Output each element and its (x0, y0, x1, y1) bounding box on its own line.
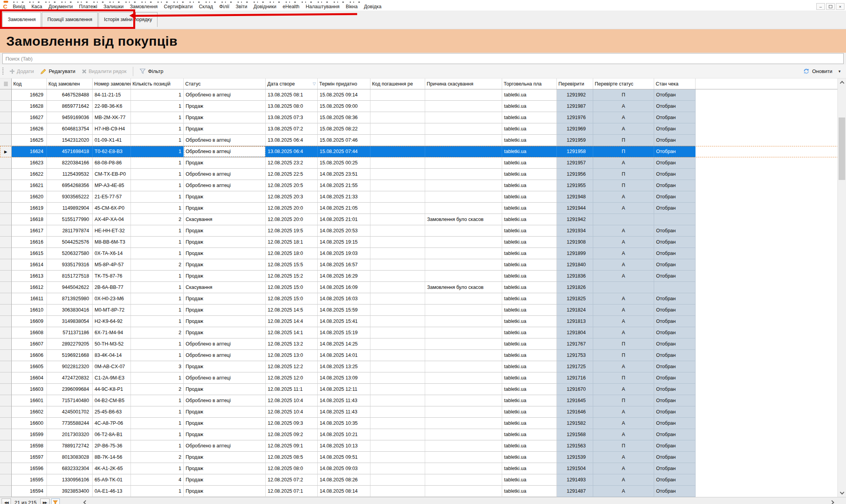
cell[interactable]: Продаж (184, 452, 266, 463)
cell[interactable]: 1 (131, 440, 184, 452)
cell[interactable]: 14.08.2025 13:25 (318, 361, 370, 372)
cell[interactable]: П (593, 350, 654, 361)
cell[interactable]: Скасування (184, 214, 266, 225)
cell[interactable]: Замовлення було скасов (425, 214, 502, 225)
cell[interactable]: 84-11-21-15 (93, 89, 131, 101)
cell[interactable]: tabletki.ua (502, 429, 557, 440)
row-selector[interactable] (0, 169, 12, 180)
cell[interactable]: 12.08.2025 23:2 (266, 157, 318, 169)
cell[interactable]: 1 (131, 395, 184, 406)
cell[interactable]: 5196921668 (47, 350, 93, 361)
cell[interactable]: 12.08.2025 12:0 (266, 372, 318, 384)
cell[interactable]: tabletki.ua (502, 474, 557, 486)
cell[interactable]: 45-CM-6X-P0 (93, 203, 131, 214)
cell[interactable]: 12.08.2025 08:0 (266, 463, 318, 474)
cell[interactable]: 1291563 (557, 440, 593, 452)
cell[interactable]: Оброблено в аптеці (184, 372, 266, 384)
cell[interactable]: Отобран (654, 225, 696, 237)
cell[interactable]: 1291804 (557, 327, 593, 338)
cell[interactable] (370, 361, 425, 372)
cell[interactable]: 9303565222 (47, 191, 93, 203)
table-row[interactable]: 16603239609968444-9C-K8-P12Продаж12.08.2… (0, 384, 846, 395)
cell[interactable]: Отобран (654, 169, 696, 180)
cell[interactable]: 8659771642 (47, 101, 93, 112)
cell[interactable]: Продаж (184, 384, 266, 395)
cell[interactable] (370, 180, 425, 191)
cell[interactable] (425, 305, 502, 316)
cell[interactable]: tabletki.ua (502, 259, 557, 271)
table-row[interactable]: 1661187139259800X-H0-23-M61Продаж12.08.2… (0, 293, 846, 305)
cell[interactable] (370, 101, 425, 112)
cell[interactable]: CM-TX-EB-P0 (93, 169, 131, 180)
cell[interactable] (370, 248, 425, 259)
cell[interactable]: tabletki.ua (502, 180, 557, 191)
cell[interactable]: 12.08.2025 20:5 (266, 180, 318, 191)
cell[interactable]: Продаж (184, 191, 266, 203)
cell[interactable]: 16628 (12, 101, 47, 112)
cell[interactable] (425, 384, 502, 395)
cell[interactable]: 16607 (12, 338, 47, 350)
cell[interactable]: 1 (131, 486, 184, 497)
row-selector[interactable] (0, 135, 12, 146)
row-selector[interactable] (0, 89, 12, 101)
cell[interactable]: П (593, 180, 654, 191)
cell[interactable]: 5155177990 (47, 214, 93, 225)
column-header-9[interactable]: Торговельна пла (502, 78, 557, 89)
menu-item-12[interactable]: Налаштування (302, 4, 342, 9)
cell[interactable]: 12.08.2025 08:5 (266, 452, 318, 463)
cell[interactable]: 12.08.2025 22:5 (266, 169, 318, 180)
table-row[interactable]: 1660077355882444C-A8-7P-061Продаж12.08.2… (0, 418, 846, 429)
cell[interactable]: 12.08.2025 13:0 (266, 350, 318, 361)
cell[interactable]: 16610 (12, 305, 47, 316)
cell[interactable]: Отобран (654, 271, 696, 282)
cell[interactable]: H7-HB-C9-H4 (93, 123, 131, 135)
cell[interactable]: Продаж (184, 123, 266, 135)
tab-2[interactable]: Історія зміни порядку (98, 12, 157, 27)
row-selector[interactable] (0, 463, 12, 474)
column-header-2[interactable]: Номер замовленн (93, 78, 131, 89)
cell[interactable]: 12.08.2025 20:0 (266, 203, 318, 214)
cell[interactable]: 14.08.2025 14:01 (318, 350, 370, 361)
cell[interactable]: 1 (131, 112, 184, 123)
cell[interactable] (425, 237, 502, 248)
cell[interactable]: 2 (131, 452, 184, 463)
cell[interactable]: Отобран (654, 474, 696, 486)
cell[interactable]: П (593, 146, 654, 157)
cell[interactable]: 1291934 (557, 225, 593, 237)
cell[interactable]: tabletki.ua (502, 135, 557, 146)
cell[interactable]: П (593, 395, 654, 406)
table-row[interactable]: 1661294450426222B-6A-BB-771Скасування12.… (0, 282, 846, 293)
cell[interactable]: 1291487 (557, 486, 593, 497)
cell[interactable] (370, 293, 425, 305)
cell[interactable]: 16595 (12, 474, 47, 486)
cell[interactable]: 14.08.2025 19:03 (318, 248, 370, 259)
cell[interactable]: Отобран (654, 123, 696, 135)
row-selector[interactable] (0, 338, 12, 350)
menu-item-1[interactable]: Каса (28, 4, 45, 9)
cell[interactable]: tabletki.ua (502, 418, 557, 429)
cell[interactable]: 1 (131, 271, 184, 282)
cell[interactable]: А (593, 157, 654, 169)
cell[interactable] (654, 214, 696, 225)
cell[interactable]: Продаж (184, 316, 266, 327)
cell[interactable]: 12.08.2025 15:5 (266, 259, 318, 271)
cell[interactable]: А (593, 305, 654, 316)
cell[interactable]: Продаж (184, 429, 266, 440)
row-selector[interactable] (0, 350, 12, 361)
cell[interactable]: 14.08.2025 16:03 (318, 293, 370, 305)
cell[interactable] (370, 157, 425, 169)
cell[interactable] (654, 282, 696, 293)
cell[interactable]: 16626 (12, 123, 47, 135)
cell[interactable]: 1 (131, 157, 184, 169)
cell[interactable]: 4 (131, 474, 184, 486)
cell[interactable]: Оброблено в аптеці (184, 135, 266, 146)
cell[interactable]: 5206327580 (47, 248, 93, 259)
table-row[interactable]: 16595133095610665-A9-TK-014Продаж12.08.2… (0, 474, 846, 486)
cell[interactable]: 16617 (12, 225, 47, 237)
cell[interactable]: 2811797874 (47, 225, 93, 237)
cell[interactable]: 16614 (12, 259, 47, 271)
row-selector[interactable] (0, 316, 12, 327)
column-header-3[interactable]: Кількість позицій (131, 78, 184, 89)
cell[interactable]: 1 (131, 305, 184, 316)
cell[interactable]: 0A-E1-46-13 (93, 486, 131, 497)
